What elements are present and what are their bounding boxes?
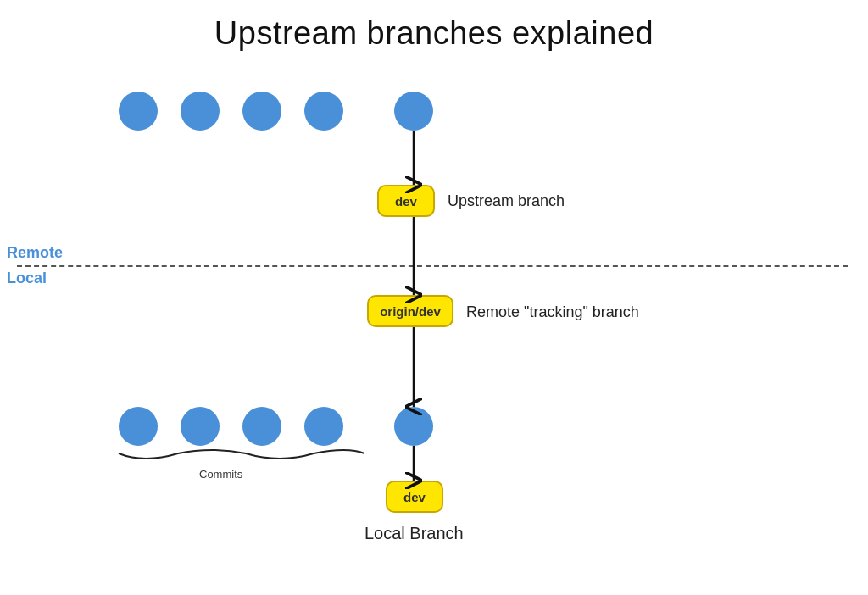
local-dev-box: dev bbox=[386, 481, 443, 513]
local-circle-1 bbox=[119, 407, 158, 446]
remote-circle-4 bbox=[304, 92, 343, 131]
local-branch-label: Local Branch bbox=[364, 524, 464, 543]
page-title: Upstream branches explained bbox=[0, 0, 868, 52]
local-circle-2 bbox=[181, 407, 220, 446]
tracking-box: origin/dev bbox=[367, 295, 453, 327]
local-dev-label: dev bbox=[403, 490, 426, 504]
remote-circle-1 bbox=[119, 92, 158, 131]
remote-circle-5 bbox=[394, 92, 433, 131]
upstream-branch-label: Upstream branch bbox=[448, 192, 565, 210]
divider-line bbox=[17, 265, 848, 267]
tracking-branch-label: Remote "tracking" branch bbox=[466, 303, 639, 321]
tracking-label: origin/dev bbox=[380, 304, 441, 319]
upstream-dev-label: dev bbox=[395, 194, 417, 209]
local-section-label: Local bbox=[7, 270, 47, 287]
upstream-dev-box: dev bbox=[377, 185, 435, 217]
commits-label: Commits bbox=[199, 468, 242, 481]
diagram: Upstream branches explained dev Upstream… bbox=[0, 0, 868, 595]
remote-circle-3 bbox=[242, 92, 281, 131]
local-circle-3 bbox=[242, 407, 281, 446]
local-circle-4 bbox=[304, 407, 343, 446]
remote-circle-2 bbox=[181, 92, 220, 131]
remote-section-label: Remote bbox=[7, 244, 63, 262]
local-circle-5 bbox=[394, 407, 433, 446]
